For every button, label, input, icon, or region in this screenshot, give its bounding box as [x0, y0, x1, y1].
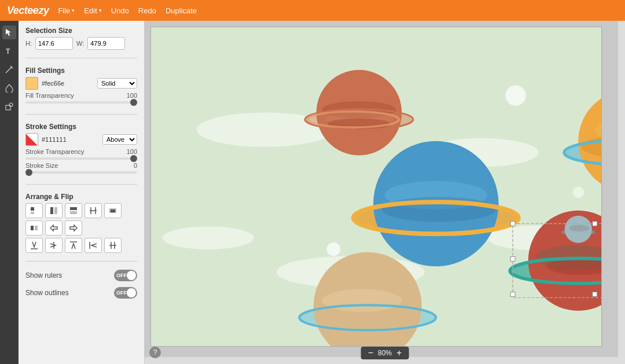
left-panel: Selection Size H: W: Fill Settings #fec6… [19, 21, 145, 364]
arrange-btn-8[interactable] [65, 220, 82, 236]
pen-tool[interactable] [2, 62, 16, 76]
stroke-color-hex: #111111 [42, 136, 99, 143]
show-outlines-label: Show outlines [25, 289, 69, 297]
svg-line-1 [6, 67, 12, 73]
svg-rect-8 [54, 207, 57, 214]
stroke-size-label: Stroke Size [25, 162, 58, 169]
w-label: W: [76, 40, 84, 47]
stroke-transparency-value: 100 [127, 148, 137, 155]
arrange-btn-11[interactable] [65, 238, 82, 253]
fill-color-hex: #fec66e [42, 80, 94, 87]
svg-rect-67 [593, 292, 597, 297]
selection-size-label: Selection Size [25, 27, 137, 35]
zoom-out-button[interactable]: − [366, 348, 376, 358]
arrange-btn-6[interactable] [25, 220, 43, 236]
app-logo: Vecteezy [7, 5, 49, 17]
fill-settings-label: Fill Settings [25, 67, 137, 75]
stroke-transparency-row: Stroke Transparency 100 [25, 148, 137, 155]
help-button[interactable]: ? [149, 347, 161, 358]
select-tool[interactable] [2, 25, 16, 39]
zoom-in-button[interactable]: + [394, 348, 404, 358]
svg-rect-10 [70, 211, 77, 214]
arrange-btn-5[interactable] [104, 203, 122, 218]
fill-transparency-label: Fill Transparency [25, 92, 74, 99]
stroke-transparency-slider[interactable] [25, 157, 137, 160]
show-rulers-toggle[interactable]: OFF [114, 270, 137, 281]
arrange-btn-3[interactable] [65, 203, 82, 218]
canvas-svg [151, 27, 601, 346]
svg-point-26 [326, 242, 340, 256]
arrange-btn-13[interactable] [104, 238, 122, 253]
svg-point-24 [163, 226, 253, 249]
svg-rect-63 [510, 222, 515, 226]
fill-tool[interactable] [2, 81, 16, 95]
arrange-buttons-row2 [25, 238, 137, 253]
svg-rect-9 [70, 207, 77, 210]
svg-rect-5 [31, 207, 34, 211]
fill-settings-section: Fill Settings #fec66e Solid Gradient Non… [25, 67, 137, 106]
show-rulers-knob [127, 271, 136, 280]
show-outlines-row: Show outlines OFF [25, 287, 137, 299]
stroke-settings-section: Stroke Settings #111111 Above Below Cent… [25, 123, 137, 176]
arrange-btn-2[interactable] [45, 203, 62, 218]
stroke-size-row: Stroke Size 0 [25, 162, 137, 169]
show-outlines-off-label: OFF [116, 290, 127, 296]
svg-point-27 [572, 187, 584, 198]
arrange-buttons-row1 [25, 203, 137, 236]
main-layout: T Selection Size H: W: Fill Settings [0, 21, 625, 364]
shapes-tool[interactable] [2, 100, 16, 113]
svg-point-25 [505, 85, 525, 105]
show-rulers-label: Show rulers [25, 271, 62, 280]
svg-rect-66 [510, 292, 515, 297]
zoom-bar: − 80% + [361, 347, 409, 359]
fill-color-swatch[interactable] [25, 77, 38, 90]
text-tool[interactable]: T [2, 44, 16, 58]
svg-point-56 [569, 225, 590, 231]
stroke-row: #111111 Above Below Center [25, 133, 137, 146]
arrange-btn-4[interactable] [84, 203, 102, 218]
svg-point-4 [9, 103, 13, 106]
menu-duplicate[interactable]: Duplicate [166, 6, 197, 15]
show-rulers-row: Show rulers OFF [25, 270, 137, 281]
fill-transparency-slider[interactable] [25, 101, 137, 104]
menu-redo[interactable]: Redo [138, 6, 156, 15]
h-input[interactable] [35, 37, 73, 50]
svg-point-47 [322, 289, 402, 312]
show-rulers-off-label: OFF [116, 273, 127, 278]
fill-transparency-row: Fill Transparency 100 [25, 92, 137, 99]
arrange-btn-10[interactable] [45, 238, 62, 253]
h-label: H: [25, 40, 32, 47]
fill-transparency-value: 100 [127, 92, 137, 99]
stroke-settings-label: Stroke Settings [25, 123, 137, 131]
arrange-btn-12[interactable] [84, 238, 102, 253]
arrange-btn-7[interactable] [45, 220, 62, 236]
zoom-value: 80% [378, 349, 392, 357]
stroke-size-value: 0 [134, 162, 137, 169]
stroke-color-swatch[interactable] [25, 133, 38, 146]
arrange-btn-1[interactable] [25, 203, 43, 218]
arrange-flip-label: Arrange & Flip [25, 193, 137, 201]
selection-size-section: Selection Size H: W: [25, 27, 137, 50]
svg-rect-64 [593, 222, 597, 226]
canvas[interactable] [150, 27, 602, 347]
svg-rect-69 [510, 257, 515, 262]
show-outlines-toggle[interactable]: OFF [114, 287, 137, 299]
canvas-area[interactable]: This is a temporary file. SIGN UP or LOG… [145, 21, 625, 364]
w-input[interactable] [87, 37, 125, 50]
topbar: Vecteezy File ▾ Edit ▾ Undo Redo Duplica… [0, 0, 625, 21]
svg-rect-7 [50, 207, 53, 214]
menu-undo[interactable]: Undo [111, 6, 129, 15]
svg-text:T: T [6, 47, 10, 56]
iconbar: T [0, 21, 19, 364]
stroke-position-select[interactable]: Above Below Center [102, 134, 137, 145]
show-outlines-knob [127, 288, 136, 297]
fill-type-select[interactable]: Solid Gradient None [97, 78, 137, 89]
menu-edit[interactable]: Edit ▾ [84, 6, 101, 15]
menu-file[interactable]: File ▾ [58, 6, 75, 15]
svg-rect-6 [31, 212, 34, 214]
arrange-btn-9[interactable] [25, 238, 43, 253]
fill-row: #fec66e Solid Gradient None [25, 77, 137, 90]
vertical-scrollbar[interactable] [618, 21, 625, 364]
svg-rect-13 [31, 226, 34, 230]
stroke-size-slider[interactable] [25, 171, 137, 174]
